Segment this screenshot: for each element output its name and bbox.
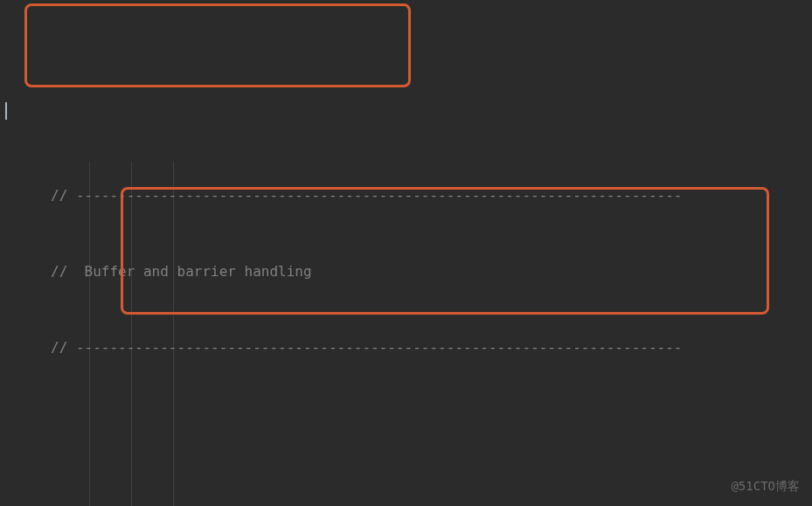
code-line: // Buffer and barrier handling	[0, 259, 812, 284]
comment-rule: // -------------------------------------…	[51, 339, 682, 356]
comment-rule: // -------------------------------------…	[51, 187, 682, 204]
code-line: // -------------------------------------…	[0, 183, 812, 208]
code-editor[interactable]: // -------------------------------------…	[0, 0, 812, 506]
code-line: // -------------------------------------…	[0, 335, 812, 360]
watermark: @51CTO博客	[731, 474, 800, 499]
highlight-box-1	[24, 3, 411, 87]
blank-line	[0, 411, 812, 436]
text-cursor	[5, 102, 7, 120]
comment-title: // Buffer and barrier handling	[51, 263, 312, 280]
